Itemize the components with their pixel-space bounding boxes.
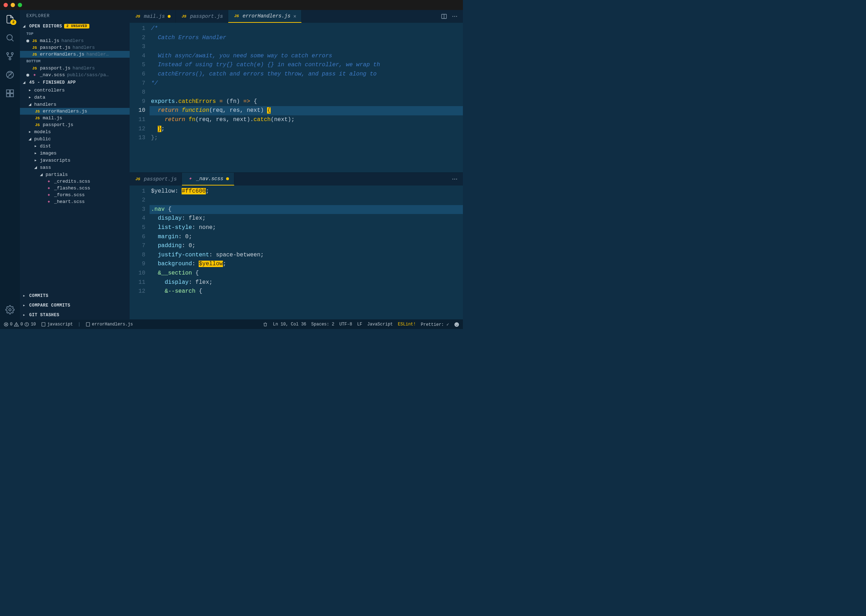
status-feedback-icon[interactable] [454, 322, 459, 327]
unsaved-badge: 2 UNSAVED [64, 24, 90, 28]
status-problems[interactable]: 0 0 10 [3, 322, 36, 327]
editor-tab[interactable]: JSerrorHandlers.js✕ [228, 10, 302, 23]
chevron-down-icon: ◢ [28, 136, 33, 142]
explorer-icon[interactable]: 2 [5, 14, 15, 24]
editor-bottom[interactable]: 123456789101112 $yellow: #ffc600;.nav { … [130, 185, 463, 319]
folder-item[interactable]: ▸data [20, 94, 130, 101]
modified-dot-icon [26, 39, 29, 42]
status-eslint[interactable]: ESLint! [398, 322, 416, 327]
folder-name: public [34, 137, 51, 142]
extensions-icon[interactable] [5, 88, 15, 98]
svg-rect-27 [42, 322, 45, 327]
sidebar: EXPLORER ◢ OPEN EDITORS 2 UNSAVED TOP JS… [20, 10, 130, 320]
js-file-icon: JS [34, 109, 41, 113]
folder-item[interactable]: ◢handlers [20, 101, 130, 108]
file-item[interactable]: JSpassport.js [20, 121, 130, 128]
file-name: passport.js [40, 66, 71, 71]
js-file-icon: JS [181, 14, 187, 19]
folder-item[interactable]: ▸images [20, 149, 130, 157]
tab-label: passport.js [144, 176, 177, 182]
file-item[interactable]: ⌖_forms.scss [20, 192, 130, 198]
folder-name: controllers [34, 88, 65, 93]
editor-top[interactable]: 12345678910111213 /* Catch Errors Handle… [130, 23, 463, 172]
js-file-icon: JS [135, 14, 141, 19]
window-minimize-icon[interactable] [11, 3, 15, 7]
split-editor-icon[interactable] [439, 13, 450, 20]
open-editor-item[interactable]: ⌖_nav.scss public/sass/pa… [20, 72, 130, 79]
tabs-bottom: JSpassport.js⌖_nav.scss [130, 173, 463, 185]
group-top: TOP [20, 30, 130, 38]
status-prettier[interactable]: Prettier: ✓ [421, 322, 449, 327]
js-file-icon: JS [31, 46, 38, 50]
window-close-icon[interactable] [3, 3, 8, 7]
tab-label: _nav.scss [196, 176, 223, 182]
editor-tab[interactable]: ⌖_nav.scss [182, 173, 234, 185]
panel-header[interactable]: ▸COMPARE COMMITS [20, 300, 130, 310]
status-langmode[interactable]: JavaScript [367, 322, 393, 327]
open-editors-header[interactable]: ◢ OPEN EDITORS 2 UNSAVED [20, 22, 130, 30]
panel-header[interactable]: ▸COMMITS [20, 291, 130, 300]
file-item[interactable]: JSerrorHandlers.js [20, 108, 130, 115]
search-icon[interactable] [5, 33, 15, 43]
folder-item[interactable]: ◢partials [20, 171, 130, 178]
more-icon[interactable] [450, 13, 460, 20]
svg-point-17 [454, 179, 455, 179]
js-file-icon: JS [34, 123, 41, 127]
status-lang1[interactable]: javascript [41, 322, 73, 327]
file-path: handlers [61, 38, 84, 44]
file-path: handlers [73, 66, 95, 71]
tab-label: mail.js [144, 14, 165, 19]
svg-point-14 [454, 16, 455, 17]
svg-point-10 [9, 309, 11, 311]
more-icon[interactable] [450, 176, 460, 182]
editor-tab[interactable]: JSpassport.js [176, 10, 228, 23]
svg-point-2 [11, 53, 13, 55]
open-editor-item[interactable]: JSpassport.js handlers [20, 65, 130, 72]
status-file[interactable]: errorHandlers.js [85, 322, 133, 327]
chevron-right-icon: ▸ [34, 157, 38, 163]
file-name: errorHandlers.js [43, 108, 87, 114]
tabs-top: JSmail.jsJSpassport.jsJSerrorHandlers.js… [130, 10, 463, 23]
folder-item[interactable]: ▸javascripts [20, 157, 130, 164]
file-item[interactable]: ⌖_flashes.scss [20, 185, 130, 192]
svg-point-18 [456, 179, 457, 179]
open-editor-item[interactable]: JSmail.js handlers [20, 38, 130, 44]
folder-item[interactable]: ▸dist [20, 142, 130, 149]
folder-item[interactable]: ▸models [20, 128, 130, 135]
folder-item[interactable]: ◢sass [20, 164, 130, 171]
folder-item[interactable]: ▸controllers [20, 86, 130, 94]
status-ln-col[interactable]: Ln 10, Col 36 [273, 322, 306, 327]
panel-header[interactable]: ▸GIT STASHES [20, 310, 130, 320]
source-control-icon[interactable] [5, 51, 15, 61]
group-bottom: BOTTOM [20, 58, 130, 65]
editor-tab[interactable]: JSmail.js [130, 10, 176, 23]
js-file-icon: JS [34, 116, 41, 120]
settings-icon[interactable] [5, 305, 15, 315]
folder-name: data [34, 95, 45, 100]
svg-point-1 [7, 53, 9, 55]
svg-point-3 [9, 58, 11, 60]
svg-point-15 [456, 16, 457, 17]
window-maximize-icon[interactable] [18, 3, 22, 7]
file-item[interactable]: JSmail.js [20, 115, 130, 121]
file-path: public/sass/pa… [67, 72, 108, 78]
open-editor-item[interactable]: JSerrorHandlers.js handler… [20, 51, 130, 58]
folder-item[interactable]: ◢public [20, 135, 130, 142]
status-spaces[interactable]: Spaces: 2 [311, 322, 334, 327]
project-header[interactable]: ◢ 45 - FINISHED APP [20, 79, 130, 86]
file-item[interactable]: ⌖_credits.scss [20, 178, 130, 185]
status-trash-icon[interactable] [263, 322, 268, 327]
js-file-icon: JS [31, 52, 38, 57]
file-name: _flashes.scss [54, 185, 90, 191]
status-eol[interactable]: LF [357, 322, 362, 327]
debug-icon[interactable] [5, 70, 15, 80]
file-item[interactable]: ⌖_heart.scss [20, 198, 130, 205]
folder-name: images [40, 151, 57, 156]
status-encoding[interactable]: UTF-8 [339, 322, 352, 327]
open-editor-item[interactable]: JSpassport.js handlers [20, 44, 130, 51]
chevron-down-icon: ◢ [34, 165, 38, 170]
folder-name: handlers [34, 102, 56, 107]
editor-tab[interactable]: JSpassport.js [130, 173, 182, 185]
folder-name: partials [46, 172, 68, 177]
close-icon[interactable]: ✕ [294, 13, 296, 19]
